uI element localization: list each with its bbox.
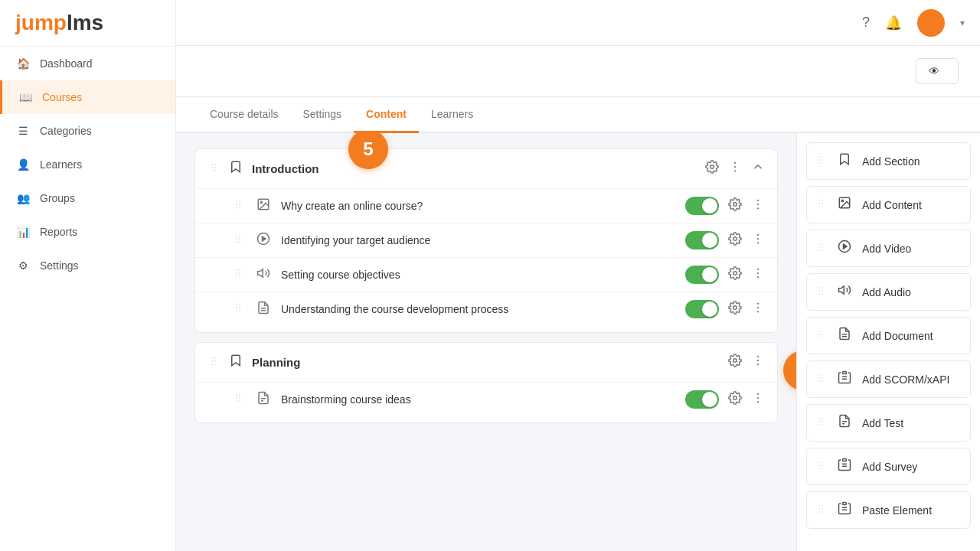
panel-label-add-video: Add Video [862, 243, 911, 255]
svg-point-128 [822, 421, 823, 422]
item-more-icon-item5[interactable] [751, 391, 765, 408]
svg-point-82 [822, 159, 823, 161]
drag-handle-planning[interactable] [207, 355, 220, 370]
svg-point-110 [818, 334, 820, 335]
item-toggle-item2[interactable] [685, 231, 719, 249]
item-drag-item5[interactable] [232, 392, 244, 407]
section-more-icon-planning[interactable] [751, 354, 765, 371]
item-drag-item2[interactable] [232, 233, 244, 248]
preview-course-button[interactable]: 👁 [916, 58, 959, 84]
svg-point-134 [822, 461, 823, 463]
sidebar-label-courses: Courses [42, 91, 82, 103]
drag-handle-introduction[interactable] [207, 161, 220, 177]
settings-icon: ⚙ [15, 258, 31, 273]
panel-item-add-survey[interactable]: Add Survey [806, 448, 971, 485]
panel-item-add-scorm[interactable]: Add SCORM/xAPI [806, 360, 971, 398]
item-type-icon-item2 [256, 232, 272, 249]
panel-item-add-video[interactable]: Add Video [806, 230, 971, 267]
main-area: ? 🔔 ▾ 👁 Course detailsSettingsC [176, 0, 980, 551]
svg-point-54 [757, 303, 759, 305]
help-icon[interactable]: ? [862, 15, 870, 31]
svg-point-95 [818, 246, 820, 248]
tabs-bar: Course detailsSettingsContentLearners [176, 97, 980, 133]
tab-settings[interactable]: Settings [291, 97, 354, 133]
svg-point-133 [818, 461, 820, 463]
svg-point-35 [239, 269, 240, 271]
svg-point-118 [818, 377, 820, 379]
svg-point-44 [757, 276, 759, 278]
svg-point-130 [822, 424, 823, 425]
svg-point-47 [236, 307, 237, 308]
sidebar-label-learners: Learners [40, 158, 82, 171]
sidebar-item-groups[interactable]: 👥 Groups [0, 181, 175, 215]
svg-point-30 [733, 237, 737, 241]
item-toggle-item4[interactable] [685, 300, 719, 318]
svg-point-90 [822, 206, 823, 207]
svg-point-138 [822, 468, 823, 469]
panel-item-paste-element[interactable]: Paste Element [806, 491, 971, 529]
sidebar-item-courses[interactable]: 📖 Courses [0, 80, 175, 114]
badge-planning: 6 [783, 350, 796, 390]
svg-point-146 [818, 511, 820, 513]
item-title-item2: Identifying your target audience [281, 234, 676, 246]
item-gear-icon-item1[interactable] [728, 197, 742, 214]
content-item-item1: Why create an online course? [195, 188, 777, 223]
item-gear-icon-item2[interactable] [728, 232, 742, 249]
bell-icon[interactable]: 🔔 [885, 15, 902, 31]
svg-point-104 [822, 290, 823, 292]
item-more-icon-item2[interactable] [751, 232, 765, 249]
categories-icon: ☰ [15, 123, 31, 139]
section-introduction: Introduction Why create an online course… [194, 148, 778, 333]
page: 👁 Course detailsSettingsContentLearners … [176, 46, 980, 551]
item-more-icon-item4[interactable] [751, 301, 765, 318]
sidebar-item-categories[interactable]: ☰ Categories [0, 114, 175, 148]
learners-icon: 👤 [15, 157, 31, 172]
item-toggle-item3[interactable] [685, 266, 719, 284]
panel-item-add-document[interactable]: Add Document [806, 317, 971, 354]
panel-item-add-audio[interactable]: Add Audio [806, 273, 971, 311]
svg-point-68 [239, 394, 240, 396]
section-collapse-icon-introduction[interactable] [751, 160, 765, 178]
logo: jumplms [15, 12, 160, 34]
item-drag-item4[interactable] [232, 302, 244, 317]
panel-label-add-document: Add Document [862, 330, 933, 342]
section-gear-icon-introduction[interactable] [705, 160, 719, 178]
sidebar-item-dashboard[interactable]: 🏠 Dashboard [0, 47, 175, 80]
item-drag-item1[interactable] [232, 198, 244, 214]
item-toggle-item5[interactable] [685, 390, 719, 409]
item-more-icon-item1[interactable] [751, 197, 765, 214]
item-more-icon-item3[interactable] [751, 266, 765, 283]
svg-point-137 [818, 468, 820, 469]
svg-point-7 [734, 162, 736, 164]
section-actions-planning [728, 354, 765, 371]
svg-point-120 [818, 380, 820, 382]
svg-point-18 [733, 203, 737, 207]
section-gear-icon-planning[interactable] [728, 354, 742, 371]
tab-learners[interactable]: Learners [419, 97, 485, 133]
item-gear-icon-item4[interactable] [728, 301, 742, 318]
panel-item-add-test[interactable]: Add Test [806, 404, 971, 442]
panel-item-add-section[interactable]: Add Section [806, 142, 971, 180]
tab-content[interactable]: Content [354, 97, 419, 133]
panel-label-paste-element: Paste Element [862, 504, 932, 517]
item-gear-icon-item3[interactable] [728, 266, 742, 283]
svg-point-61 [211, 364, 213, 365]
svg-point-96 [822, 246, 823, 248]
sidebar-item-settings[interactable]: ⚙ Settings [0, 249, 175, 282]
svg-point-80 [822, 156, 823, 158]
svg-point-27 [239, 241, 240, 243]
section-more-icon-introduction[interactable] [728, 160, 742, 178]
item-gear-icon-item5[interactable] [728, 391, 742, 408]
panel-item-add-content[interactable]: Add Content [806, 186, 971, 223]
svg-point-67 [236, 394, 237, 396]
svg-marker-29 [263, 236, 266, 241]
user-menu[interactable]: ▾ [917, 9, 965, 37]
sidebar-item-reports[interactable]: 📊 Reports [0, 215, 175, 249]
sidebar-item-learners[interactable]: 👤 Learners [0, 148, 175, 181]
topbar: ? 🔔 ▾ [176, 0, 980, 46]
tab-course-details[interactable]: Course details [198, 97, 291, 133]
item-drag-item3[interactable] [232, 267, 244, 282]
item-toggle-item1[interactable] [685, 197, 719, 215]
svg-point-65 [757, 360, 759, 361]
svg-point-59 [211, 360, 213, 362]
